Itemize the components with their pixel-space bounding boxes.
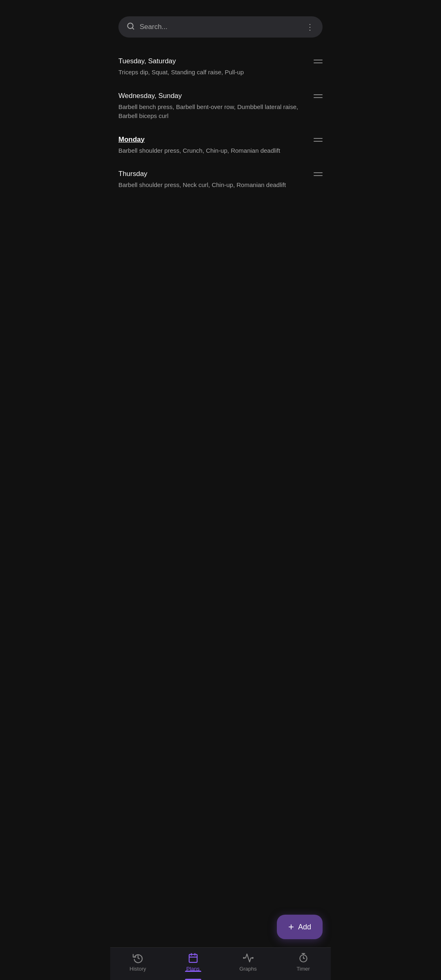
plans-active-bar [185, 971, 201, 972]
add-button[interactable]: + Add [277, 915, 323, 939]
plan-content-3: Monday Barbell shoulder press, Crunch, C… [118, 136, 314, 156]
timer-icon [298, 953, 309, 963]
plan-content-4: Thursday Barbell shoulder press, Neck cu… [118, 170, 314, 190]
more-options-icon[interactable]: ⋮ [306, 22, 314, 32]
svg-point-9 [243, 958, 244, 958]
plan-content-2: Wednesday, Sunday Barbell bench press, B… [118, 92, 314, 121]
svg-line-3 [138, 958, 139, 959]
drag-handle-3[interactable] [314, 136, 323, 142]
history-icon [133, 953, 143, 963]
nav-item-history[interactable]: History [110, 953, 165, 972]
nav-label-graphs: Graphs [239, 966, 257, 972]
plans-list: Tuesday, Saturday Triceps dip, Squat, St… [110, 46, 331, 201]
svg-point-8 [252, 958, 253, 958]
plans-icon [188, 953, 198, 963]
drag-handle-1[interactable] [314, 57, 323, 63]
add-plus-icon: + [288, 922, 294, 932]
plan-days-2: Wednesday, Sunday [118, 92, 307, 100]
nav-item-timer[interactable]: Timer [276, 953, 331, 972]
plan-item-2[interactable]: Wednesday, Sunday Barbell bench press, B… [118, 85, 323, 128]
nav-item-plans[interactable]: Plans [165, 953, 220, 972]
search-bar[interactable]: Search... ⋮ [118, 16, 323, 38]
svg-line-1 [132, 28, 134, 29]
nav-item-graphs[interactable]: Graphs [220, 953, 276, 972]
plan-item-3[interactable]: Monday Barbell shoulder press, Crunch, C… [118, 128, 323, 163]
search-placeholder: Search... [140, 23, 306, 31]
plan-exercises-4: Barbell shoulder press, Neck curl, Chin-… [118, 180, 307, 190]
nav-label-timer: Timer [296, 966, 310, 972]
plan-exercises-1: Triceps dip, Squat, Standing calf raise,… [118, 68, 307, 77]
plan-exercises-2: Barbell bench press, Barbell bent-over r… [118, 102, 307, 121]
plan-days-4: Thursday [118, 170, 307, 178]
drag-handle-2[interactable] [314, 92, 323, 98]
graphs-icon [243, 953, 254, 963]
nav-label-history: History [129, 966, 146, 972]
plan-days-1: Tuesday, Saturday [118, 57, 307, 65]
plan-content-1: Tuesday, Saturday Triceps dip, Squat, St… [118, 57, 314, 77]
plan-item-1[interactable]: Tuesday, Saturday Triceps dip, Squat, St… [118, 50, 323, 85]
svg-rect-4 [189, 954, 197, 962]
bottom-nav: History Plans Graphs [110, 947, 331, 980]
drag-handle-4[interactable] [314, 170, 323, 176]
add-button-label: Add [298, 923, 311, 931]
plan-exercises-3: Barbell shoulder press, Crunch, Chin-up,… [118, 146, 307, 156]
plan-item-4[interactable]: Thursday Barbell shoulder press, Neck cu… [118, 163, 323, 197]
search-icon [127, 22, 135, 32]
plan-days-3: Monday [118, 136, 307, 144]
